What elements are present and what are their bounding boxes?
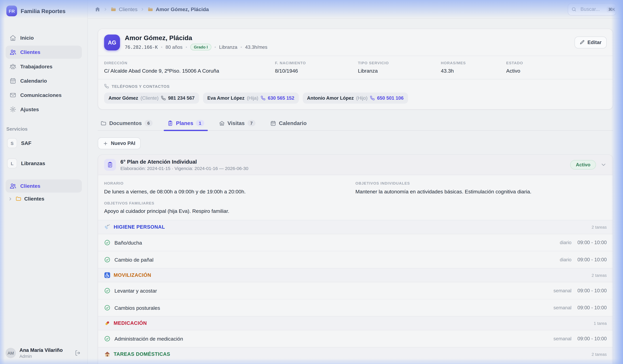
chevron-right-icon	[140, 7, 145, 11]
user-name: Ana María Vilariño	[20, 348, 70, 354]
objetivos-individuales-block: OBJETIVOS INDIVIDUALES Mantener la auton…	[356, 181, 607, 195]
viewport: FR Familia Reportes Inicio Clientes T	[0, 0, 623, 364]
brand: FR Familia Reportes	[6, 5, 82, 20]
objetivos-familiares-value: Apoyo al cuidador principal (hija Eva). …	[104, 208, 607, 214]
sidebar-item-ajustes[interactable]: Ajustes	[6, 103, 82, 116]
pill-icon	[104, 320, 111, 326]
horario-block: HORARIO De lunes a viernes, de 08:00h a …	[104, 181, 356, 195]
sidebar-item-label: Comunicaciones	[20, 92, 62, 98]
dot-separator: •	[186, 45, 187, 49]
breadcrumb-current[interactable]: Amor Gómez, Plácida	[147, 6, 209, 12]
sidebar-item-trabajadores[interactable]: Trabajadores	[6, 60, 82, 73]
sidebar-item-calendario[interactable]: Calendario	[6, 74, 82, 87]
contact-chip[interactable]: Antonio Amor López (Hijo) 650 501 106	[303, 92, 408, 104]
tab-label: Calendario	[279, 120, 307, 126]
field-estado: ESTADO Activo	[506, 61, 607, 74]
category-count: 2 tareas	[592, 273, 607, 278]
sidebar: FR Familia Reportes Inicio Clientes T	[0, 0, 88, 364]
contact-relation: (Cliente)	[140, 95, 158, 101]
tab-planes[interactable]: Planes 1	[165, 118, 206, 130]
task-row: Administración de medicación semanal09:0…	[98, 330, 613, 347]
field-nacimiento: F. NACIMIENTO 8/10/1946	[275, 61, 358, 74]
horario-label: HORARIO	[104, 181, 356, 186]
task-row: Cambio de pañal diario09:00 - 10:00	[98, 251, 613, 268]
objetivos-individuales-value: Mantener la autonomía en actividades bás…	[356, 189, 607, 194]
house-chart-icon	[219, 120, 225, 126]
page-title: Amor Gómez, Plácida	[125, 34, 570, 42]
category-medicacion: MEDICACIÓN 1 tarea Administración de med…	[98, 316, 613, 347]
task-row: Levantar y acostar semanal09:00 - 10:00	[98, 282, 613, 299]
tab-visitas[interactable]: Visitas 7	[217, 118, 258, 130]
shower-icon	[104, 224, 111, 230]
phone-icon	[261, 96, 266, 100]
sidebar-item-saf[interactable]: S SAF	[6, 136, 82, 150]
contact-phone: 650 501 106	[377, 95, 403, 101]
category-tareas-domesticas: TAREAS DOMÉSTICAS 2 tareas Limpieza del …	[98, 347, 613, 364]
search-box[interactable]: ⌘K	[568, 3, 616, 15]
category-header: MEDICACIÓN 1 tarea	[98, 316, 613, 330]
tree-item-clientes[interactable]: Clientes	[6, 193, 82, 205]
sidebar-item-label: Clientes	[20, 183, 40, 189]
mail-icon	[10, 92, 16, 98]
client-service: Libranza	[219, 44, 237, 50]
new-pai-button[interactable]: Nuevo PAI	[98, 137, 140, 149]
client-header: AG Amor Gómez, Plácida 76.282.166-K • 80…	[98, 29, 613, 56]
phone-icon	[161, 96, 166, 100]
category-count: 2 tareas	[592, 352, 607, 357]
field-value: C/ Alcalde Abad Conde 9, 2ºPiso. 15006 A…	[104, 68, 275, 74]
topbar: Clientes Amor Gómez, Plácida ⌘K	[88, 0, 623, 19]
phone-icon	[370, 96, 375, 100]
folder-icon	[16, 196, 22, 202]
sidebar-item-inicio[interactable]: Inicio	[6, 31, 82, 44]
objetivos-familiares-block: OBJETIVOS FAMILIARES Apoyo al cuidador p…	[98, 195, 613, 220]
pencil-icon	[579, 40, 585, 45]
task-frequency: semanal	[554, 336, 572, 342]
task-frequency: semanal	[554, 305, 572, 311]
brand-logo: FR	[6, 6, 17, 16]
user-row: AM Ana María Vilariño Admin	[6, 344, 82, 359]
task-time: 09:00 - 10:00	[578, 288, 607, 294]
sidebar-item-label: Trabajadores	[20, 64, 52, 69]
house-icon	[104, 351, 111, 357]
logout-icon[interactable]	[74, 349, 82, 357]
calendar-icon	[270, 120, 276, 126]
client-age: 80 años	[166, 44, 183, 50]
edit-client-button[interactable]: Editar	[574, 36, 607, 48]
services-section-label: Servicios	[6, 126, 81, 132]
pai-header[interactable]: 6° Plan de Atención Individual Elaboraci…	[98, 155, 613, 175]
users-icon	[10, 49, 16, 55]
task-time: 09:00 - 10:00	[578, 240, 607, 245]
user-meta: Ana María Vilariño Admin	[20, 348, 70, 359]
breadcrumb-label: Amor Gómez, Plácida	[156, 6, 209, 12]
sidebar-item-libranzas[interactable]: L Libranzas	[6, 156, 82, 171]
sidebar-nav: Inicio Clientes Trabajadores Calendario	[6, 31, 82, 116]
chevron-down-icon[interactable]	[600, 162, 607, 168]
edit-client-label: Editar	[587, 40, 601, 45]
field-label: ESTADO	[506, 61, 607, 65]
objetivos-familiares-label: OBJETIVOS FAMILIARES	[104, 201, 607, 205]
chevron-right-icon[interactable]	[8, 196, 13, 201]
tab-label: Visitas	[227, 120, 245, 126]
search-input[interactable]	[580, 6, 603, 12]
breadcrumb-home[interactable]	[94, 6, 100, 12]
sidebar-item-comunicaciones[interactable]: Comunicaciones	[6, 88, 82, 102]
users-group-icon	[10, 63, 16, 70]
contact-chip[interactable]: Eva Amor López (Hija) 630 565 152	[203, 92, 299, 104]
objetivos-individuales-label: OBJETIVOS INDIVIDUALES	[356, 181, 607, 186]
contact-chip[interactable]: Amor Gómez (Cliente) 981 234 567	[104, 92, 199, 104]
new-pai-label: Nuevo PAI	[111, 141, 135, 146]
task-name: Administración de medicación	[114, 336, 183, 342]
sidebar-item-clientes[interactable]: Clientes	[6, 46, 82, 59]
app-window: FR Familia Reportes Inicio Clientes T	[0, 0, 623, 364]
tab-documentos[interactable]: Documentos 6	[98, 118, 155, 130]
field-value: 8/10/1946	[275, 68, 358, 74]
sidebar-item-clientes-section[interactable]: Clientes	[6, 179, 82, 193]
task-row: Cambios posturales semanal09:00 - 10:00	[98, 299, 613, 316]
contact-chips: Amor Gómez (Cliente) 981 234 567 Eva Amo…	[104, 92, 607, 104]
phones-label-row: TELÉFONOS Y CONTACTOS	[104, 84, 607, 88]
search-shortcut: ⌘K	[607, 6, 617, 12]
breadcrumb-clientes[interactable]: Clientes	[111, 6, 138, 12]
task-time: 09:00 - 10:00	[578, 257, 607, 262]
tab-calendario[interactable]: Calendario	[268, 118, 309, 130]
category-header: HIGIENE PERSONAL 2 tareas	[98, 220, 613, 234]
